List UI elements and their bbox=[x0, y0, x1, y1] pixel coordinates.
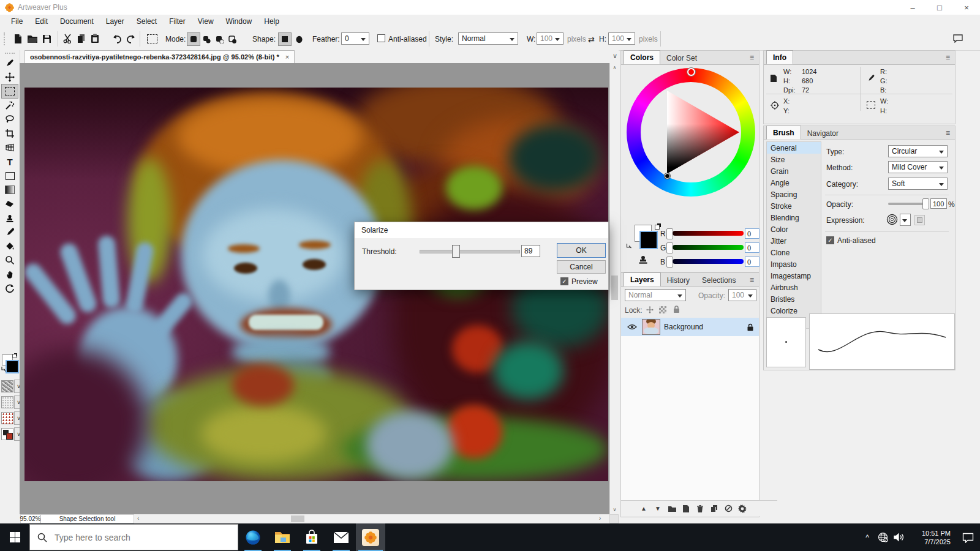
brush-opacity-value[interactable]: 100 bbox=[930, 198, 947, 209]
green-slider-track[interactable] bbox=[673, 245, 744, 250]
swap-colors-icon[interactable] bbox=[626, 243, 633, 250]
colors-panel-menu-icon[interactable]: ≡ bbox=[750, 53, 754, 62]
tab-colors[interactable]: Colors bbox=[624, 50, 660, 64]
stamp-tool[interactable] bbox=[2, 211, 18, 225]
menu-filter[interactable]: Filter bbox=[163, 16, 192, 27]
blend-mode-dropdown[interactable]: Normal bbox=[625, 289, 686, 301]
lock-position-icon[interactable] bbox=[646, 305, 654, 314]
antialiased-checkbox[interactable] bbox=[377, 34, 385, 42]
brush-type-dropdown[interactable]: Circular bbox=[888, 145, 948, 157]
hand-tool[interactable] bbox=[2, 268, 18, 281]
stamp-icon[interactable] bbox=[638, 255, 649, 264]
gradient-tool[interactable] bbox=[2, 183, 18, 197]
hscroll-left-icon[interactable]: ‹ bbox=[137, 515, 139, 522]
taskbar-file-explorer-icon[interactable] bbox=[268, 523, 297, 551]
layers-panel-menu-icon[interactable]: ≡ bbox=[750, 276, 754, 284]
default-colors-icon[interactable] bbox=[655, 223, 661, 230]
cut-icon[interactable] bbox=[61, 32, 75, 45]
menu-help[interactable]: Help bbox=[258, 16, 285, 27]
red-slider-track[interactable] bbox=[673, 231, 744, 236]
layer-effects-icon[interactable] bbox=[724, 504, 733, 513]
maximize-button[interactable]: □ bbox=[926, 0, 953, 15]
brush-item-color[interactable]: Color bbox=[767, 223, 821, 235]
duplicate-layer-icon[interactable] bbox=[710, 504, 718, 513]
feather-dropdown[interactable]: 0 bbox=[341, 32, 369, 45]
new-layer-icon[interactable] bbox=[682, 504, 690, 513]
vertical-scroll-thumb[interactable] bbox=[611, 276, 618, 300]
rectangular-selection-tool[interactable] bbox=[2, 84, 18, 98]
taskbar-clock[interactable]: 10:51 PM 7/7/2025 bbox=[913, 529, 951, 546]
brush-item-impasto[interactable]: Impasto bbox=[767, 258, 821, 270]
scroll-up-icon[interactable]: ∧ bbox=[610, 63, 619, 72]
rotate-view-tool[interactable] bbox=[2, 282, 18, 295]
info-panel-menu-icon[interactable]: ≡ bbox=[946, 53, 950, 62]
tab-history[interactable]: History bbox=[661, 274, 696, 287]
brush-item-clone[interactable]: Clone bbox=[767, 247, 821, 258]
document-tab[interactable]: osobennosti-razvitiya-pyatiletnego-reben… bbox=[24, 50, 295, 63]
layer-settings-gear-icon[interactable] bbox=[738, 504, 747, 513]
move-layer-up-icon[interactable]: ▲ bbox=[639, 504, 648, 513]
taskbar-store-icon[interactable] bbox=[297, 523, 326, 551]
volume-icon[interactable] bbox=[891, 533, 908, 542]
threshold-slider-thumb[interactable] bbox=[452, 245, 460, 258]
close-button[interactable]: × bbox=[953, 0, 980, 15]
shape-rectangle-button[interactable] bbox=[279, 33, 291, 45]
document-tab-close-icon[interactable]: × bbox=[285, 53, 289, 61]
selection-tool-options-icon[interactable] bbox=[145, 31, 159, 46]
mode-subtract-selection-button[interactable] bbox=[213, 33, 225, 45]
brush-item-grain[interactable]: Grain bbox=[767, 165, 821, 177]
brush-opacity-track[interactable] bbox=[888, 203, 926, 205]
layer-opacity-dropdown[interactable]: 100 bbox=[728, 289, 756, 301]
hue-marker[interactable] bbox=[687, 68, 695, 76]
foreground-color-swatch[interactable] bbox=[6, 360, 19, 373]
brush-item-airbrush[interactable]: Airbrush bbox=[767, 282, 821, 293]
hscroll-right-icon[interactable]: › bbox=[599, 515, 601, 522]
brush-category-dropdown[interactable]: Soft bbox=[888, 178, 948, 190]
style-dropdown[interactable]: Normal bbox=[458, 32, 518, 45]
pen-tool[interactable] bbox=[2, 56, 18, 70]
palette-grip[interactable] bbox=[5, 53, 15, 55]
undo-icon[interactable] bbox=[110, 32, 124, 45]
brush-item-jitter[interactable]: Jitter bbox=[767, 235, 821, 247]
layer-name[interactable]: Background bbox=[664, 323, 703, 331]
taskbar-mail-icon[interactable] bbox=[326, 523, 356, 551]
brush-panel-menu-icon[interactable]: ≡ bbox=[946, 129, 950, 137]
start-button[interactable] bbox=[0, 523, 29, 551]
expression-brush-icon[interactable] bbox=[886, 214, 898, 225]
move-tool[interactable] bbox=[2, 70, 18, 84]
brush-item-size[interactable]: Size bbox=[767, 154, 821, 165]
brush-item-general[interactable]: General bbox=[767, 142, 821, 154]
cancel-button[interactable]: Cancel bbox=[557, 260, 606, 274]
ok-button[interactable]: OK bbox=[557, 243, 606, 258]
swap-colors-icon[interactable] bbox=[1, 366, 7, 372]
blue-value-field[interactable]: 0 bbox=[745, 257, 760, 267]
tab-color-set[interactable]: Color Set bbox=[660, 51, 703, 64]
minimize-button[interactable]: – bbox=[899, 0, 926, 15]
brush-method-dropdown[interactable]: Mild Cover bbox=[888, 161, 948, 173]
brush-item-blending[interactable]: Blending bbox=[767, 212, 821, 223]
menu-file[interactable]: File bbox=[5, 16, 29, 27]
layer-row-background[interactable]: Background bbox=[621, 318, 759, 336]
crop-tool[interactable] bbox=[2, 127, 18, 140]
menu-select[interactable]: Select bbox=[130, 16, 163, 27]
expression-settings-button[interactable] bbox=[914, 215, 925, 225]
expression-dropdown[interactable] bbox=[900, 214, 911, 226]
perspective-tool[interactable] bbox=[2, 141, 18, 154]
lock-all-icon[interactable] bbox=[673, 305, 680, 313]
text-tool[interactable]: T bbox=[2, 155, 18, 168]
vertical-scrollbar[interactable]: ∧ ∨ bbox=[609, 63, 619, 514]
copy-icon[interactable] bbox=[75, 32, 88, 45]
fill-tool[interactable] bbox=[2, 239, 18, 253]
red-value-field[interactable]: 0 bbox=[745, 228, 760, 239]
threshold-slider-track[interactable] bbox=[420, 250, 520, 253]
taskbar-edge-icon[interactable] bbox=[238, 523, 268, 551]
scroll-down-icon[interactable]: ∨ bbox=[610, 505, 619, 514]
tray-expand-icon[interactable]: ^ bbox=[860, 533, 875, 542]
triangle-marker[interactable] bbox=[665, 173, 670, 179]
delete-layer-icon[interactable] bbox=[696, 504, 704, 513]
width-dropdown[interactable]: 100 bbox=[537, 32, 564, 45]
zoom-tool[interactable] bbox=[2, 253, 18, 267]
lock-transparency-icon[interactable] bbox=[659, 306, 666, 313]
paste-icon[interactable] bbox=[88, 32, 102, 45]
brush-opacity-thumb[interactable] bbox=[922, 198, 929, 209]
